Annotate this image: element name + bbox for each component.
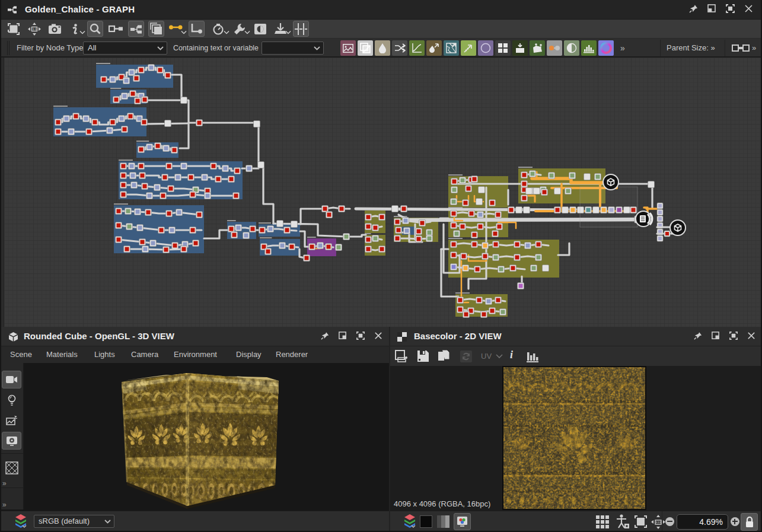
svg-text:1:1: 1:1 [32,27,37,31]
